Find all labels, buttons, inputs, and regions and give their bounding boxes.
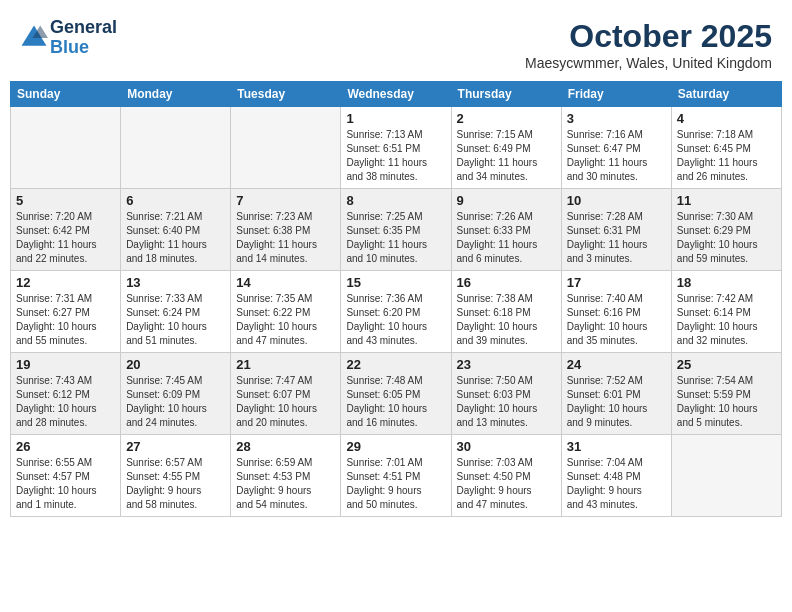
day-number: 30 <box>457 439 556 454</box>
table-row: 6Sunrise: 7:21 AM Sunset: 6:40 PM Daylig… <box>121 189 231 271</box>
table-row: 23Sunrise: 7:50 AM Sunset: 6:03 PM Dayli… <box>451 353 561 435</box>
table-row: 5Sunrise: 7:20 AM Sunset: 6:42 PM Daylig… <box>11 189 121 271</box>
day-number: 24 <box>567 357 666 372</box>
calendar-week-row: 26Sunrise: 6:55 AM Sunset: 4:57 PM Dayli… <box>11 435 782 517</box>
day-number: 31 <box>567 439 666 454</box>
header-monday: Monday <box>121 82 231 107</box>
table-row: 7Sunrise: 7:23 AM Sunset: 6:38 PM Daylig… <box>231 189 341 271</box>
table-row: 24Sunrise: 7:52 AM Sunset: 6:01 PM Dayli… <box>561 353 671 435</box>
day-number: 16 <box>457 275 556 290</box>
calendar-title: October 2025 <box>525 18 772 55</box>
day-info: Sunrise: 7:30 AM Sunset: 6:29 PM Dayligh… <box>677 210 776 266</box>
table-row: 31Sunrise: 7:04 AM Sunset: 4:48 PM Dayli… <box>561 435 671 517</box>
day-info: Sunrise: 6:55 AM Sunset: 4:57 PM Dayligh… <box>16 456 115 512</box>
day-info: Sunrise: 7:40 AM Sunset: 6:16 PM Dayligh… <box>567 292 666 348</box>
table-row: 17Sunrise: 7:40 AM Sunset: 6:16 PM Dayli… <box>561 271 671 353</box>
day-number: 27 <box>126 439 225 454</box>
title-block: October 2025 Maesycwmmer, Wales, United … <box>525 18 772 71</box>
calendar-table: Sunday Monday Tuesday Wednesday Thursday… <box>10 81 782 517</box>
header-sunday: Sunday <box>11 82 121 107</box>
table-row: 30Sunrise: 7:03 AM Sunset: 4:50 PM Dayli… <box>451 435 561 517</box>
day-info: Sunrise: 7:47 AM Sunset: 6:07 PM Dayligh… <box>236 374 335 430</box>
day-info: Sunrise: 7:43 AM Sunset: 6:12 PM Dayligh… <box>16 374 115 430</box>
day-number: 25 <box>677 357 776 372</box>
day-info: Sunrise: 7:38 AM Sunset: 6:18 PM Dayligh… <box>457 292 556 348</box>
day-number: 7 <box>236 193 335 208</box>
table-row: 21Sunrise: 7:47 AM Sunset: 6:07 PM Dayli… <box>231 353 341 435</box>
day-info: Sunrise: 7:50 AM Sunset: 6:03 PM Dayligh… <box>457 374 556 430</box>
day-number: 5 <box>16 193 115 208</box>
table-row: 25Sunrise: 7:54 AM Sunset: 5:59 PM Dayli… <box>671 353 781 435</box>
day-info: Sunrise: 7:42 AM Sunset: 6:14 PM Dayligh… <box>677 292 776 348</box>
day-info: Sunrise: 7:03 AM Sunset: 4:50 PM Dayligh… <box>457 456 556 512</box>
table-row: 10Sunrise: 7:28 AM Sunset: 6:31 PM Dayli… <box>561 189 671 271</box>
table-row: 4Sunrise: 7:18 AM Sunset: 6:45 PM Daylig… <box>671 107 781 189</box>
day-number: 20 <box>126 357 225 372</box>
logo-general: General <box>50 17 117 37</box>
day-number: 28 <box>236 439 335 454</box>
day-info: Sunrise: 7:28 AM Sunset: 6:31 PM Dayligh… <box>567 210 666 266</box>
day-number: 10 <box>567 193 666 208</box>
table-row <box>231 107 341 189</box>
days-header-row: Sunday Monday Tuesday Wednesday Thursday… <box>11 82 782 107</box>
calendar-subtitle: Maesycwmmer, Wales, United Kingdom <box>525 55 772 71</box>
table-row: 15Sunrise: 7:36 AM Sunset: 6:20 PM Dayli… <box>341 271 451 353</box>
header-thursday: Thursday <box>451 82 561 107</box>
table-row: 19Sunrise: 7:43 AM Sunset: 6:12 PM Dayli… <box>11 353 121 435</box>
day-info: Sunrise: 7:33 AM Sunset: 6:24 PM Dayligh… <box>126 292 225 348</box>
day-info: Sunrise: 7:26 AM Sunset: 6:33 PM Dayligh… <box>457 210 556 266</box>
day-info: Sunrise: 6:59 AM Sunset: 4:53 PM Dayligh… <box>236 456 335 512</box>
day-info: Sunrise: 7:20 AM Sunset: 6:42 PM Dayligh… <box>16 210 115 266</box>
table-row: 26Sunrise: 6:55 AM Sunset: 4:57 PM Dayli… <box>11 435 121 517</box>
header-saturday: Saturday <box>671 82 781 107</box>
table-row <box>671 435 781 517</box>
day-info: Sunrise: 7:21 AM Sunset: 6:40 PM Dayligh… <box>126 210 225 266</box>
calendar-week-row: 1Sunrise: 7:13 AM Sunset: 6:51 PM Daylig… <box>11 107 782 189</box>
day-number: 14 <box>236 275 335 290</box>
table-row: 28Sunrise: 6:59 AM Sunset: 4:53 PM Dayli… <box>231 435 341 517</box>
table-row: 20Sunrise: 7:45 AM Sunset: 6:09 PM Dayli… <box>121 353 231 435</box>
header-tuesday: Tuesday <box>231 82 341 107</box>
day-number: 23 <box>457 357 556 372</box>
day-number: 9 <box>457 193 556 208</box>
day-number: 26 <box>16 439 115 454</box>
day-info: Sunrise: 7:45 AM Sunset: 6:09 PM Dayligh… <box>126 374 225 430</box>
table-row: 18Sunrise: 7:42 AM Sunset: 6:14 PM Dayli… <box>671 271 781 353</box>
day-number: 21 <box>236 357 335 372</box>
table-row: 29Sunrise: 7:01 AM Sunset: 4:51 PM Dayli… <box>341 435 451 517</box>
day-number: 2 <box>457 111 556 126</box>
logo-icon <box>20 24 48 52</box>
day-number: 17 <box>567 275 666 290</box>
table-row: 13Sunrise: 7:33 AM Sunset: 6:24 PM Dayli… <box>121 271 231 353</box>
table-row: 16Sunrise: 7:38 AM Sunset: 6:18 PM Dayli… <box>451 271 561 353</box>
table-row: 27Sunrise: 6:57 AM Sunset: 4:55 PM Dayli… <box>121 435 231 517</box>
day-info: Sunrise: 7:36 AM Sunset: 6:20 PM Dayligh… <box>346 292 445 348</box>
day-number: 1 <box>346 111 445 126</box>
table-row: 14Sunrise: 7:35 AM Sunset: 6:22 PM Dayli… <box>231 271 341 353</box>
day-info: Sunrise: 7:54 AM Sunset: 5:59 PM Dayligh… <box>677 374 776 430</box>
table-row <box>121 107 231 189</box>
day-number: 12 <box>16 275 115 290</box>
day-info: Sunrise: 7:23 AM Sunset: 6:38 PM Dayligh… <box>236 210 335 266</box>
day-info: Sunrise: 7:01 AM Sunset: 4:51 PM Dayligh… <box>346 456 445 512</box>
header-friday: Friday <box>561 82 671 107</box>
calendar-week-row: 19Sunrise: 7:43 AM Sunset: 6:12 PM Dayli… <box>11 353 782 435</box>
day-info: Sunrise: 7:18 AM Sunset: 6:45 PM Dayligh… <box>677 128 776 184</box>
table-row: 2Sunrise: 7:15 AM Sunset: 6:49 PM Daylig… <box>451 107 561 189</box>
day-number: 4 <box>677 111 776 126</box>
day-number: 15 <box>346 275 445 290</box>
day-number: 22 <box>346 357 445 372</box>
table-row: 9Sunrise: 7:26 AM Sunset: 6:33 PM Daylig… <box>451 189 561 271</box>
day-number: 11 <box>677 193 776 208</box>
day-number: 6 <box>126 193 225 208</box>
table-row: 22Sunrise: 7:48 AM Sunset: 6:05 PM Dayli… <box>341 353 451 435</box>
day-info: Sunrise: 7:31 AM Sunset: 6:27 PM Dayligh… <box>16 292 115 348</box>
page-header: General Blue October 2025 Maesycwmmer, W… <box>10 10 782 75</box>
header-wednesday: Wednesday <box>341 82 451 107</box>
day-number: 19 <box>16 357 115 372</box>
calendar-week-row: 5Sunrise: 7:20 AM Sunset: 6:42 PM Daylig… <box>11 189 782 271</box>
table-row: 11Sunrise: 7:30 AM Sunset: 6:29 PM Dayli… <box>671 189 781 271</box>
day-info: Sunrise: 7:13 AM Sunset: 6:51 PM Dayligh… <box>346 128 445 184</box>
table-row: 3Sunrise: 7:16 AM Sunset: 6:47 PM Daylig… <box>561 107 671 189</box>
day-number: 29 <box>346 439 445 454</box>
